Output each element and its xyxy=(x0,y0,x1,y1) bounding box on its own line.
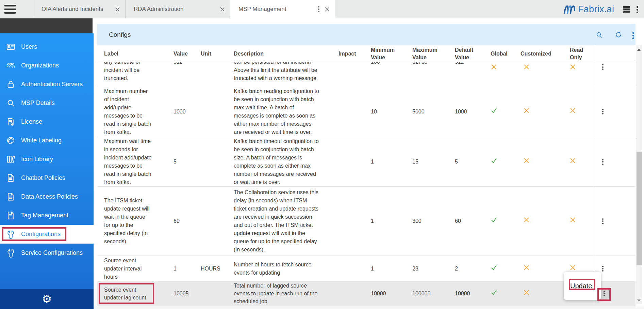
header-kebab-menu-icon[interactable] xyxy=(635,5,639,14)
cell-minimum-value: 1 xyxy=(364,158,406,166)
sidebar-item-organizations[interactable]: Organizations xyxy=(0,56,94,75)
cell-maximum-value: 5000 xyxy=(406,108,448,116)
row-actions-kebab-icon[interactable] xyxy=(601,265,604,272)
cell-default-value: 10000 xyxy=(448,290,483,297)
cell-global xyxy=(483,265,509,273)
tab-close-icon[interactable] xyxy=(220,7,225,12)
table-row: Source event updater lag count10005Total… xyxy=(97,282,635,306)
sidebar-item-service-configurations[interactable]: Service Configurations xyxy=(0,244,94,262)
check-icon xyxy=(491,265,497,271)
tab-oia-alerts-and-incidents[interactable]: OIA Alerts and Incidents xyxy=(33,0,125,18)
sidebar-item-tag-management[interactable]: Tag Management xyxy=(0,206,94,225)
check-icon xyxy=(491,108,497,113)
column-header-default-value: Default Value xyxy=(448,46,483,61)
sidebar-item-label: Data Access Policies xyxy=(21,193,78,200)
row-actions-kebab-icon[interactable] xyxy=(601,108,604,115)
row-actions-kebab-icon[interactable] xyxy=(601,218,604,225)
cell-label: Source event updater interval hours xyxy=(97,257,167,281)
sidebar-item-configurations[interactable]: Configurations xyxy=(0,225,94,244)
check-icon xyxy=(491,158,497,164)
sidebar-item-users[interactable]: Users xyxy=(0,37,94,56)
sidebar-item-chatbot-policies[interactable]: Chatbot Policies xyxy=(0,169,94,187)
tab-msp-management[interactable]: MSP Management xyxy=(230,0,335,18)
cell-value: 1 xyxy=(167,265,194,273)
sidebar-item-label: Tag Management xyxy=(21,212,68,219)
tab-label: OIA Alerts and Incidents xyxy=(42,6,111,13)
search-icon[interactable] xyxy=(595,31,603,38)
tab-menu-dots-icon[interactable] xyxy=(317,5,320,13)
table-row: any attribute or incident will be trunca… xyxy=(97,62,635,86)
sidebar-item-white-labeling[interactable]: White Labeling xyxy=(0,131,94,150)
cell-minimum-value: 10000 xyxy=(364,290,406,297)
cross-icon xyxy=(570,108,576,113)
cell-default-value: 60 xyxy=(448,217,483,225)
cell-global xyxy=(483,108,509,116)
horizontal-scrollbar-track[interactable] xyxy=(94,306,644,309)
cell-value: 1000 xyxy=(167,108,194,116)
server-stack-icon[interactable] xyxy=(623,5,630,15)
panel-kebab-menu-icon[interactable] xyxy=(632,31,635,40)
license-icon xyxy=(6,117,15,126)
cross-icon xyxy=(524,108,529,113)
table-row: Maximum number of incident add/update me… xyxy=(97,86,635,137)
cell-description: Kafka batch timeout configuation to be s… xyxy=(227,137,332,186)
column-header-customized: Customized xyxy=(509,50,549,58)
doc-icon xyxy=(6,211,15,220)
cell-default-value: 2 xyxy=(448,265,483,273)
cell-maximum-value: 100000 xyxy=(406,290,448,297)
refresh-icon[interactable] xyxy=(615,31,622,38)
row-actions-kebab-icon[interactable] xyxy=(601,158,604,166)
table-row: Maximum wait time in seconds for inciden… xyxy=(97,137,635,187)
cell-default-value: 5 xyxy=(448,158,483,166)
sidebar-item-data-access-policies[interactable]: Data Access Policies xyxy=(0,187,94,206)
sidebar-item-label: White Labeling xyxy=(21,137,62,144)
sidebar-footer: ⚙ xyxy=(0,289,94,309)
row-actions-kebab-icon[interactable] xyxy=(603,290,606,297)
cell-actions xyxy=(594,137,635,186)
cell-read-only xyxy=(549,217,594,225)
doc-icon xyxy=(6,173,15,183)
cross-icon xyxy=(570,217,576,223)
column-header-impact: Impact xyxy=(332,50,364,58)
cell-description: Total number of lagged source events to … xyxy=(227,282,332,305)
hamburger-menu-icon[interactable] xyxy=(4,5,16,14)
sidebar-top-block xyxy=(0,18,93,33)
cell-label: Maximum number of incident add/update me… xyxy=(97,87,167,136)
sidebar-item-label: Icon Library xyxy=(21,156,53,163)
check-icon xyxy=(491,290,497,295)
sidebar-item-authentication-servers[interactable]: Authentication Servers xyxy=(0,75,94,94)
tab-label: RDA Administration xyxy=(134,6,215,13)
cross-icon xyxy=(491,64,497,70)
cell-customized xyxy=(509,265,549,273)
column-header-minimum-value: Minimum Value xyxy=(364,46,406,61)
context-menu-item-update[interactable]: Update xyxy=(570,282,592,290)
tab-rda-administration[interactable]: RDA Administration xyxy=(125,0,230,18)
browser-tab-bar: OIA Alerts and IncidentsRDA Administrati… xyxy=(0,0,644,18)
cell-customized xyxy=(509,108,549,116)
sidebar-item-label: License xyxy=(21,118,42,125)
cell-read-only xyxy=(549,158,594,166)
column-header-global: Global xyxy=(483,50,509,58)
scroll-down-arrow-icon[interactable] xyxy=(637,299,641,302)
column-header-description: Description xyxy=(227,50,332,58)
sidebar-item-msp-details[interactable]: MSP Details xyxy=(0,94,94,112)
sidebar-item-label: Authentication Servers xyxy=(21,81,83,88)
cell-minimum-value: 1 xyxy=(364,265,406,273)
cross-icon xyxy=(524,265,529,271)
scrollbar-thumb[interactable] xyxy=(637,152,642,265)
sidebar-item-license[interactable]: License xyxy=(0,112,94,131)
table-row: The ITSM ticket update request will wait… xyxy=(97,187,635,256)
tab-close-icon[interactable] xyxy=(115,7,120,12)
vertical-scrollbar[interactable] xyxy=(636,45,642,304)
cell-minimum-value: 1 xyxy=(364,217,406,225)
cell-global xyxy=(483,290,509,297)
table-body: any attribute or incident will be trunca… xyxy=(97,62,635,306)
configs-panel-header: Configs xyxy=(97,24,635,45)
idcard-icon xyxy=(6,42,15,51)
scroll-up-arrow-icon[interactable] xyxy=(637,48,641,51)
settings-gear-icon[interactable]: ⚙ xyxy=(42,293,52,305)
column-header-value: Value xyxy=(167,50,194,58)
tab-close-icon[interactable] xyxy=(325,7,329,12)
row-actions-kebab-icon[interactable] xyxy=(601,63,604,71)
sidebar-item-icon-library[interactable]: Icon Library xyxy=(0,150,94,169)
